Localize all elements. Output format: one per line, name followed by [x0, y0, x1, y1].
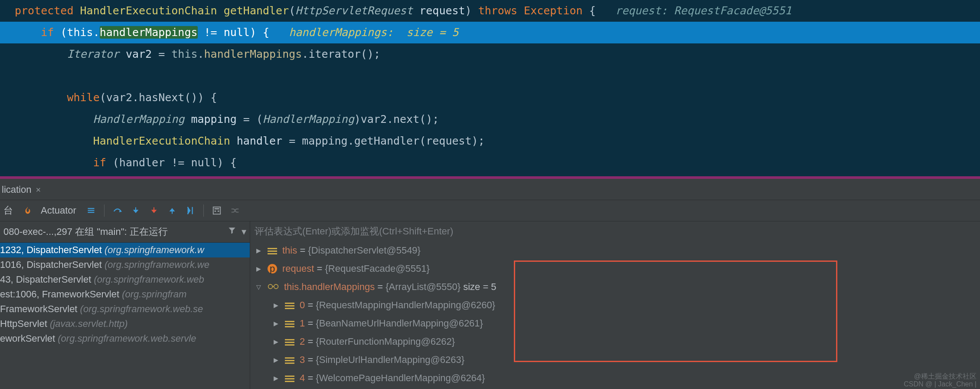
variables-tree[interactable]: ▶ this = {DispatcherServlet@5549} ▶ p re…: [250, 241, 980, 387]
filter-icon[interactable]: [228, 226, 236, 237]
var-row-array-item[interactable]: ▶4 = {WelcomePageHandlerMapping@6264}: [272, 369, 980, 387]
close-icon[interactable]: ×: [36, 185, 41, 195]
frame-method: eworkServlet: [0, 333, 58, 344]
separator: [203, 204, 204, 217]
frames-panel[interactable]: 080-exec-...,297 在组 "main": 正在运行 ▾ 1232,…: [0, 221, 250, 389]
actuator-icon[interactable]: [23, 205, 33, 216]
collapse-arrow-icon[interactable]: ▽: [255, 284, 262, 290]
var-row-handlerMappings[interactable]: ▽ this.handlerMappings = {ArrayList@5550…: [255, 278, 980, 296]
object-icon: [285, 300, 294, 310]
var-value: {DispatcherServlet@5549}: [308, 245, 421, 256]
svg-rect-3: [213, 207, 221, 214]
expand-arrow-icon[interactable]: ▶: [255, 247, 262, 254]
step-into-icon[interactable]: [131, 205, 141, 216]
variables-panel[interactable]: 评估表达式(Enter)或添加监视(Ctrl+Shift+Enter) ▶ th…: [250, 221, 980, 389]
trace-current-stream-chain-icon[interactable]: [230, 205, 240, 216]
this-ref: this: [67, 26, 93, 39]
op: =: [152, 48, 171, 60]
var-value: {RequestMappingHandlerMapping@6260}: [316, 300, 495, 310]
frame-method: HttpServlet: [0, 318, 50, 329]
field-ref: handlerMappings: [100, 26, 198, 39]
step-over-icon[interactable]: [112, 205, 123, 216]
expand-arrow-icon[interactable]: ▶: [255, 265, 262, 272]
frame-method: est:1006, FrameworkServlet: [0, 289, 122, 300]
var-row-array-item[interactable]: ▶0 = {RequestMappingHandlerMapping@6260}: [272, 296, 980, 314]
stack-frames-list[interactable]: 1232, DispatcherServlet (org.springframe…: [0, 243, 250, 346]
stack-frame-row[interactable]: FrameworkServlet (org.springframework.we…: [0, 302, 250, 316]
svg-rect-6: [218, 211, 219, 212]
force-step-into-icon[interactable]: [149, 205, 159, 216]
object-icon: [285, 373, 294, 383]
expand-arrow-icon[interactable]: ▶: [272, 320, 280, 327]
var-size: size = 5: [463, 281, 496, 292]
var-index: 2: [300, 336, 305, 347]
var-row-array-item[interactable]: ▶3 = {SimpleUrlHandlerMapping@6263}: [272, 351, 980, 369]
svg-rect-5: [214, 211, 216, 212]
object-icon: [285, 319, 294, 328]
code-editor[interactable]: protected HandlerExecutionChain getHandl…: [0, 0, 980, 176]
var-index: 0: [300, 300, 305, 310]
expand-arrow-icon[interactable]: ▶: [272, 356, 280, 363]
var-row-array-item[interactable]: ▶1 = {BeanNameUrlHandlerMapping@6261}: [272, 314, 980, 333]
var-value: {RequestFacade@5551}: [325, 263, 430, 274]
var-index: 3: [300, 354, 305, 365]
var-row-array-item[interactable]: ▶2 = {RouterFunctionMapping@6262}: [272, 333, 980, 351]
code-line: Iterator var2 = this.handlerMappings.ite…: [0, 43, 980, 65]
console-tab-label[interactable]: 台: [3, 204, 13, 217]
var-value: {BeanNameUrlHandlerMapping@6261}: [316, 318, 483, 329]
object-icon: [285, 355, 294, 365]
var-value: {ArrayList@5550}: [385, 281, 461, 292]
separator: [104, 204, 105, 217]
svg-point-8: [274, 284, 278, 289]
keyword: while: [67, 91, 99, 104]
expand-arrow-icon[interactable]: ▶: [272, 338, 280, 345]
var-name: this: [282, 245, 297, 256]
keyword: protected: [15, 4, 73, 17]
stack-frame-row[interactable]: est:1006, FrameworkServlet (org.springfr…: [0, 287, 250, 302]
var-name: var2: [126, 48, 152, 60]
debug-config-tab[interactable]: lication ×: [0, 184, 47, 200]
thread-label: 080-exec-...,297 在组 "main": 正在运行: [3, 225, 168, 238]
stack-frame-row[interactable]: 1016, DispatcherServlet (org.springframe…: [0, 257, 250, 272]
stack-frame-row[interactable]: 1232, DispatcherServlet (org.springframe…: [0, 243, 250, 257]
frame-package: (javax.servlet.http): [50, 318, 128, 329]
expand-arrow-icon[interactable]: ▶: [272, 302, 280, 309]
svg-rect-2: [88, 212, 94, 213]
evaluate-expression-icon[interactable]: [212, 205, 222, 216]
var-row-request[interactable]: ▶ p request = {RequestFacade@5551}: [255, 260, 980, 278]
var-name: this.handlerMappings: [284, 281, 375, 292]
keyword: throws: [478, 4, 517, 17]
svg-rect-0: [88, 208, 94, 209]
run-to-cursor-icon[interactable]: [185, 205, 196, 216]
code-line: HandlerMapping mapping = (HandlerMapping…: [0, 109, 980, 130]
object-icon: [285, 337, 294, 346]
param-name: request: [419, 4, 465, 17]
threads-icon[interactable]: [86, 205, 96, 216]
tab-label: lication: [2, 184, 31, 195]
thread-selector-row[interactable]: 080-exec-...,297 在组 "main": 正在运行 ▾: [0, 221, 250, 243]
frame-method: 1232, DispatcherServlet: [0, 244, 105, 255]
frame-method: 43, DispatcherServlet: [0, 274, 94, 285]
frame-package: (org.springframework.w: [105, 244, 204, 255]
svg-point-7: [268, 284, 273, 289]
code-line: if (handler != null) {: [0, 152, 980, 174]
evaluate-input-placeholder[interactable]: 评估表达式(Enter)或添加监视(Ctrl+Shift+Enter): [250, 221, 980, 241]
keyword: if: [41, 26, 54, 39]
var-index: 4: [300, 373, 305, 383]
stack-frame-row[interactable]: eworkServlet (org.springframework.web.se…: [0, 331, 250, 346]
stack-frame-row[interactable]: HttpServlet (javax.servlet.http): [0, 316, 250, 331]
keyword: if: [93, 156, 106, 169]
var-row-this[interactable]: ▶ this = {DispatcherServlet@5549}: [255, 241, 980, 260]
stack-frame-row[interactable]: 43, DispatcherServlet (org.springframewo…: [0, 272, 250, 287]
chevron-down-icon[interactable]: ▾: [242, 226, 246, 237]
var-value: {WelcomePageHandlerMapping@6264}: [316, 373, 485, 383]
frame-package: (org.springframework.web: [94, 274, 204, 285]
expand-arrow-icon[interactable]: ▶: [272, 375, 280, 382]
watermark: @稀土掘金技术社区 CSDN @ | Jack_Chen |: [904, 373, 977, 388]
var-index: 1: [300, 318, 305, 329]
frame-package: (org.springframework.we: [105, 259, 209, 270]
actuator-label[interactable]: Actuator: [41, 205, 76, 216]
frame-package: (org.springfram: [122, 289, 186, 300]
step-out-icon[interactable]: [167, 205, 177, 216]
inline-debug-hint: handlerMappings: size = 5: [289, 26, 458, 39]
